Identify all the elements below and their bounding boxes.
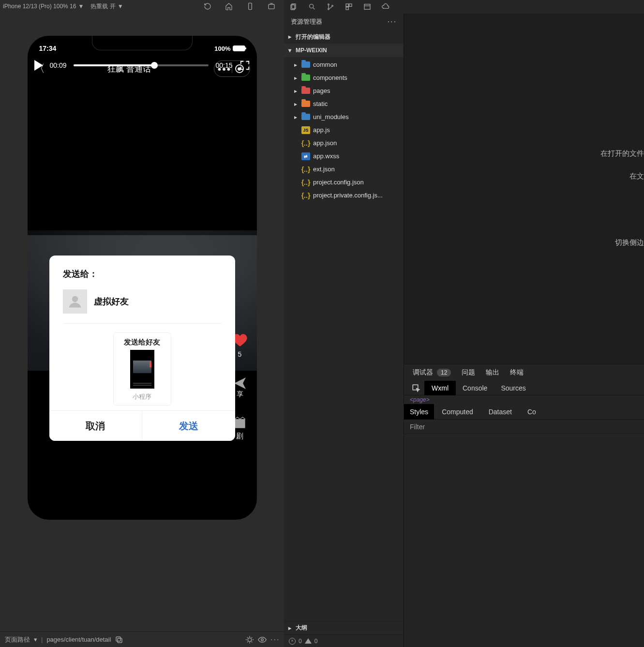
device-selector[interactable]: iPhone 12/13 (Pro) 100% 16▼ xyxy=(3,3,84,10)
editor-pane: 资源管理器 ··· ▸ 打开的编辑器 ▾ MP-WEIXIN ▸common▸c… xyxy=(284,0,644,647)
file-project-config-json[interactable]: {..}project.config.json xyxy=(284,176,404,189)
svg-rect-13 xyxy=(346,4,348,6)
outline-section[interactable]: ▸ 大纲 xyxy=(284,621,404,634)
file-app-wxss[interactable]: ⇄app.wxss xyxy=(284,150,404,163)
svg-rect-3 xyxy=(118,638,122,643)
folder-common[interactable]: ▸common xyxy=(284,58,404,71)
folder-icon xyxy=(301,88,310,94)
editor-empty-hint: 在打开的文件 在文 切换侧边 xyxy=(600,149,644,247)
svg-rect-15 xyxy=(346,7,348,10)
tab-co[interactable]: Co xyxy=(520,408,544,416)
project-section[interactable]: ▾ MP-WEIXIN xyxy=(284,44,404,57)
tab-output[interactable]: 输出 xyxy=(486,368,499,377)
simulator-statusbar: 页面路径▾ | pages/client/tuan/detail ··· xyxy=(0,632,284,647)
folder-pages[interactable]: ▸pages xyxy=(284,84,404,97)
page-path-label[interactable]: 页面路径 xyxy=(5,635,30,644)
tab-terminal[interactable]: 终端 xyxy=(510,368,524,377)
chevron-right-icon: ▸ xyxy=(293,61,299,68)
refresh-icon[interactable] xyxy=(204,2,211,10)
explorer-more-icon[interactable]: ··· xyxy=(388,17,397,26)
battery-icon xyxy=(233,45,245,51)
file-icon: JS xyxy=(301,126,310,134)
tab-dataset[interactable]: Dataset xyxy=(481,408,520,416)
more-icon[interactable]: ··· xyxy=(270,635,279,644)
device-label: iPhone 12/13 (Pro) 100% 16 xyxy=(3,3,76,10)
video-player-bar: 00:09 00:15 xyxy=(34,60,250,71)
styles-tabs: Styles Computed Dataset Co xyxy=(404,404,644,420)
progress-knob[interactable] xyxy=(151,62,158,69)
tab-debugger[interactable]: 调试器 12 xyxy=(413,368,451,377)
folder-icon xyxy=(301,75,310,81)
chevron-right-icon: ▸ xyxy=(293,114,299,120)
home-icon[interactable] xyxy=(225,2,233,10)
phone-notch xyxy=(92,36,193,50)
tab-computed[interactable]: Computed xyxy=(434,408,481,416)
inspect-icon[interactable] xyxy=(408,381,424,395)
branch-icon[interactable] xyxy=(327,3,334,11)
open-editors-section[interactable]: ▸ 打开的编辑器 xyxy=(284,30,404,44)
rotate-icon[interactable] xyxy=(246,2,254,10)
hot-reload-label: 热重载 开 xyxy=(90,2,115,11)
svg-point-10 xyxy=(328,4,329,5)
editor-footer: × 0 0 xyxy=(284,634,404,647)
bug-icon[interactable] xyxy=(245,635,254,644)
explorer-title: 资源管理器 xyxy=(291,17,322,26)
send-button[interactable]: 发送 xyxy=(142,411,235,441)
tab-wxml[interactable]: Wxml xyxy=(424,381,456,395)
tab-styles[interactable]: Styles xyxy=(404,404,434,420)
share-dialog: 发送给： 虚拟好友 发送给好友 xyxy=(49,256,235,441)
expand-icon[interactable] xyxy=(268,2,275,10)
file-app-json[interactable]: {..}app.json xyxy=(284,136,404,150)
simulator-pane: iPhone 12/13 (Pro) 100% 16▼ 热重载 开▼ xyxy=(0,0,284,647)
file-icon: {..} xyxy=(301,192,310,199)
tab-console[interactable]: Console xyxy=(456,384,494,392)
error-icon[interactable]: × xyxy=(289,638,296,645)
share-card[interactable]: 发送给好友 小程序 xyxy=(113,332,171,406)
file-ext-json[interactable]: {..}ext.json xyxy=(284,163,404,176)
warning-count: 0 xyxy=(315,638,318,645)
layout-icon[interactable] xyxy=(363,3,371,11)
chevron-right-icon: ▸ xyxy=(293,101,299,107)
extensions-icon[interactable] xyxy=(345,3,353,11)
phone-frame: 17:34 100% 〈 狂飙 普通话 ●●● xyxy=(28,36,257,520)
play-icon[interactable] xyxy=(34,60,43,71)
hot-reload-toggle[interactable]: 热重载 开▼ xyxy=(90,2,123,11)
chevron-right-icon: ▸ xyxy=(287,625,293,632)
page-path[interactable]: pages/client/tuan/detail xyxy=(46,636,111,643)
svg-point-11 xyxy=(328,8,329,10)
chevron-right-icon: ▸ xyxy=(293,88,299,94)
styles-filter[interactable]: Filter xyxy=(404,420,644,434)
svg-point-9 xyxy=(310,4,314,8)
cloud-icon[interactable] xyxy=(382,3,389,11)
svg-rect-1 xyxy=(269,4,274,9)
simulator-toolbar: iPhone 12/13 (Pro) 100% 16▼ 热重载 开▼ xyxy=(0,0,284,13)
chevron-right-icon: ▸ xyxy=(293,75,299,81)
explorer-panel: 资源管理器 ··· ▸ 打开的编辑器 ▾ MP-WEIXIN ▸common▸c… xyxy=(284,14,404,647)
files-icon[interactable] xyxy=(290,3,298,11)
folder-uni_modules[interactable]: ▸uni_modules xyxy=(284,110,404,123)
friend-row[interactable]: 虚拟好友 xyxy=(63,289,222,324)
cancel-button[interactable]: 取消 xyxy=(49,411,143,441)
simulator-viewport: 17:34 100% 〈 狂飙 普通话 ●●● xyxy=(0,13,284,632)
eye-icon[interactable] xyxy=(258,635,267,644)
folder-components[interactable]: ▸components xyxy=(284,71,404,84)
tab-problems[interactable]: 问题 xyxy=(462,368,475,377)
progress-track[interactable] xyxy=(74,64,209,66)
folder-static[interactable]: ▸static xyxy=(284,97,404,110)
svg-point-12 xyxy=(332,5,333,7)
chevron-right-icon: ▸ xyxy=(287,33,293,40)
battery-percent: 100% xyxy=(214,45,230,52)
explorer-header: 资源管理器 ··· xyxy=(284,14,404,30)
tab-sources[interactable]: Sources xyxy=(494,384,532,392)
file-project-private-config-js-[interactable]: {..}project.private.config.js... xyxy=(284,189,404,202)
avatar-icon xyxy=(63,289,87,314)
file-app-js[interactable]: JSapp.js xyxy=(284,123,404,136)
copy-icon[interactable] xyxy=(115,635,123,644)
like-count: 5 xyxy=(238,350,242,358)
fullscreen-icon[interactable] xyxy=(240,60,250,71)
warning-icon[interactable] xyxy=(305,638,312,644)
file-tree: ▸common▸components▸pages▸static▸uni_modu… xyxy=(284,57,404,203)
wxml-root[interactable]: <page> xyxy=(404,395,644,404)
svg-rect-0 xyxy=(249,3,252,9)
search-icon[interactable] xyxy=(308,3,316,11)
